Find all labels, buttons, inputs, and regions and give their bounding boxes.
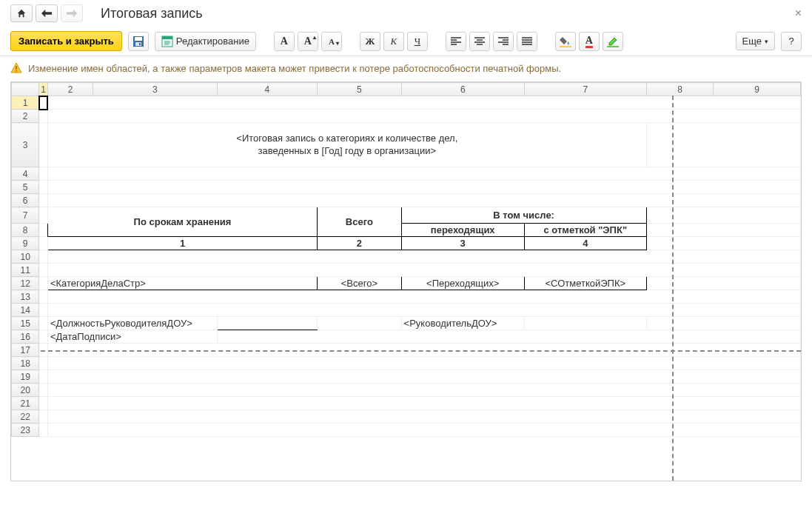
row-header[interactable]: 13 bbox=[12, 290, 39, 304]
row-header[interactable]: 2 bbox=[12, 110, 39, 123]
ph-total: <Всего> bbox=[318, 277, 402, 290]
th-mark: с отметкой "ЭПК" bbox=[524, 224, 646, 237]
row-header[interactable]: 11 bbox=[12, 264, 39, 277]
home-button[interactable] bbox=[10, 4, 33, 22]
ph-category: <КатегорияДелаСтр> bbox=[47, 277, 317, 290]
ph-date: <ДатаПодписи> bbox=[47, 330, 217, 344]
active-cell[interactable] bbox=[39, 96, 48, 110]
align-left-button[interactable] bbox=[446, 32, 466, 51]
forward-button[interactable] bbox=[61, 4, 83, 22]
text-color-button[interactable]: A bbox=[579, 32, 600, 51]
save-icon bbox=[132, 36, 144, 47]
grid-table: 1 2 3 4 5 6 7 8 9 1 2 3 <Итоговая запись… bbox=[11, 82, 801, 437]
doc-title: <Итоговая запись о категориях и количест… bbox=[47, 123, 646, 167]
row-header[interactable]: 22 bbox=[12, 410, 39, 424]
col-header[interactable]: 5 bbox=[318, 83, 402, 96]
col-header[interactable]: 8 bbox=[646, 83, 714, 96]
edit-icon bbox=[161, 36, 173, 47]
row-header[interactable]: 14 bbox=[12, 304, 39, 317]
arrow-right-icon bbox=[67, 9, 77, 18]
underline-icon: Ч bbox=[415, 36, 420, 47]
th-trans: переходящих bbox=[401, 224, 524, 237]
row-header[interactable]: 18 bbox=[12, 357, 39, 370]
th-storage: По срокам хранения bbox=[47, 207, 317, 237]
row-header[interactable]: 10 bbox=[12, 250, 39, 264]
editing-button[interactable]: Редактирование bbox=[155, 32, 256, 51]
col-header[interactable]: 2 bbox=[47, 83, 93, 96]
coln-3: 3 bbox=[401, 237, 524, 250]
row-header[interactable]: 23 bbox=[12, 424, 39, 437]
highlight-icon bbox=[607, 36, 619, 47]
bg-color-button[interactable] bbox=[555, 32, 576, 51]
row-header[interactable]: 15 bbox=[12, 317, 39, 330]
spreadsheet[interactable]: 1 2 3 4 5 6 7 8 9 1 2 3 <Итоговая запись… bbox=[10, 81, 802, 481]
bold-icon: Ж bbox=[365, 36, 375, 47]
top-header: Итоговая запись × bbox=[0, 0, 812, 27]
col-header[interactable]: 7 bbox=[524, 83, 646, 96]
toolbar: Записать и закрыть Редактирование A A▴ A… bbox=[0, 27, 812, 56]
align-left-icon bbox=[451, 37, 461, 46]
align-center-icon bbox=[474, 37, 485, 46]
row-header[interactable]: 19 bbox=[12, 370, 39, 384]
row-header[interactable]: 20 bbox=[12, 384, 39, 397]
page-title: Итоговая запись bbox=[101, 6, 203, 21]
row-header[interactable]: 21 bbox=[12, 397, 39, 410]
row-header[interactable]: 12 bbox=[12, 277, 39, 290]
coln-4: 4 bbox=[524, 237, 646, 250]
save-button[interactable] bbox=[128, 32, 149, 51]
font-shrink-button[interactable]: A▾ bbox=[321, 32, 342, 51]
col-header[interactable]: 3 bbox=[93, 83, 217, 96]
ph-position: <ДолжностьРуководителяДОУ> bbox=[47, 317, 217, 330]
col-header[interactable]: 9 bbox=[714, 83, 801, 96]
italic-button[interactable]: К bbox=[383, 32, 404, 51]
bucket-icon bbox=[560, 36, 571, 47]
row-header[interactable]: 5 bbox=[12, 181, 39, 194]
highlight-button[interactable] bbox=[603, 32, 623, 51]
font-grow-icon: A▴ bbox=[304, 36, 312, 47]
row-header[interactable]: 7 bbox=[12, 207, 39, 224]
write-close-button[interactable]: Записать и закрыть bbox=[10, 31, 122, 51]
font-shrink-icon: A▾ bbox=[329, 37, 335, 46]
svg-rect-9 bbox=[16, 70, 17, 72]
row-header[interactable]: 16 bbox=[12, 330, 39, 344]
font-button[interactable]: A bbox=[274, 32, 295, 51]
col-header[interactable]: 1 bbox=[39, 83, 48, 96]
row-header[interactable]: 6 bbox=[12, 194, 39, 207]
align-right-icon bbox=[498, 37, 509, 46]
row-header[interactable]: 8 bbox=[12, 224, 39, 237]
underline-button[interactable]: Ч bbox=[407, 32, 428, 51]
help-button[interactable]: ? bbox=[781, 32, 802, 51]
row-header[interactable]: 9 bbox=[12, 237, 39, 250]
svg-rect-7 bbox=[607, 46, 619, 47]
th-total: Всего bbox=[318, 207, 402, 237]
italic-icon: К bbox=[391, 36, 397, 47]
row-header[interactable]: 17 bbox=[12, 344, 39, 357]
row-header[interactable]: 4 bbox=[12, 167, 39, 181]
warning-icon bbox=[10, 62, 22, 74]
coln-2: 2 bbox=[318, 237, 402, 250]
svg-rect-8 bbox=[16, 66, 17, 70]
row-header[interactable]: 1 bbox=[12, 96, 39, 110]
align-justify-button[interactable] bbox=[517, 32, 537, 51]
align-center-button[interactable] bbox=[469, 32, 490, 51]
signature-line bbox=[217, 317, 318, 330]
col-header[interactable]: 4 bbox=[217, 83, 318, 96]
bold-button[interactable]: Ж bbox=[360, 32, 380, 51]
grid-corner[interactable] bbox=[12, 83, 39, 96]
svg-rect-6 bbox=[560, 46, 571, 47]
align-justify-icon bbox=[522, 37, 532, 46]
row-header[interactable]: 3 bbox=[12, 123, 39, 167]
warning-text: Изменение имен областей, а также парамет… bbox=[28, 63, 561, 74]
more-button[interactable]: Еще▾ bbox=[736, 32, 775, 50]
font-grow-button[interactable]: A▴ bbox=[298, 32, 318, 51]
chevron-down-icon: ▾ bbox=[765, 38, 768, 45]
col-header[interactable]: 6 bbox=[401, 83, 524, 96]
th-including: В том числе: bbox=[401, 207, 646, 224]
back-button[interactable] bbox=[36, 4, 58, 22]
close-button[interactable]: × bbox=[795, 7, 802, 20]
home-icon bbox=[16, 8, 27, 19]
svg-rect-3 bbox=[139, 43, 141, 45]
align-right-button[interactable] bbox=[493, 32, 514, 51]
font-icon: A bbox=[281, 36, 288, 47]
ph-mark: <СОтметкойЭПК> bbox=[524, 277, 646, 290]
